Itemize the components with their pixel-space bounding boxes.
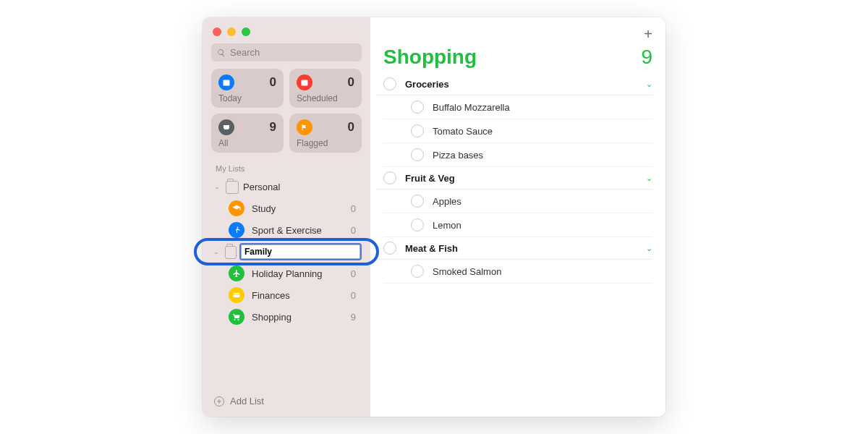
cart-icon (229, 309, 244, 325)
reminders-window: Search 0 Today 0 Scheduled (203, 17, 665, 417)
list-label: Shopping (252, 312, 344, 323)
reminder-text: Smoked Salmon (433, 266, 501, 277)
reminder-item[interactable]: Tomato Sauce (383, 119, 652, 143)
list-shopping[interactable]: Shopping 9 (208, 306, 365, 328)
smart-all-label: All (218, 138, 276, 148)
smart-today-label: Today (218, 93, 276, 103)
chevron-down-icon: ⌄ (213, 183, 221, 190)
list-finances[interactable]: Finances 0 (208, 284, 365, 306)
svg-rect-4 (234, 293, 240, 297)
list-count: 0 (351, 290, 360, 301)
sidebar: Search 0 Today 0 Scheduled (203, 17, 370, 417)
svg-point-3 (237, 227, 239, 229)
smart-scheduled[interactable]: 0 Scheduled (289, 69, 362, 108)
search-icon (217, 48, 226, 57)
reminder-item[interactable]: Pizza bases (383, 143, 652, 167)
reminder-item[interactable]: Lemon (383, 213, 652, 237)
list-label: Sport & Exercise (252, 225, 344, 236)
smart-all-count: 9 (270, 120, 276, 135)
complete-circle[interactable] (411, 124, 424, 137)
reminder-text: Tomato Sauce (433, 126, 493, 137)
smart-scheduled-label: Scheduled (297, 93, 354, 103)
reminder-text: Lemon (433, 220, 461, 231)
section-name: Meat & Fish (405, 243, 637, 254)
reminder-text: Buffalo Mozzarella (433, 102, 510, 113)
chevron-down-icon[interactable]: ⌄ (646, 174, 652, 183)
airplane-icon (229, 265, 244, 281)
svg-rect-5 (234, 294, 240, 295)
list-total-count: 9 (641, 46, 652, 69)
add-list-label: Add List (230, 396, 264, 407)
smart-flagged-count: 0 (348, 120, 354, 135)
list-count: 0 (351, 203, 360, 214)
complete-circle[interactable] (411, 265, 424, 278)
list-holiday[interactable]: Holiday Planning 0 (208, 263, 365, 284)
folder-icon (225, 246, 237, 259)
list-count: 9 (351, 312, 360, 323)
calendar-today-icon (218, 75, 234, 90)
folder-icon (226, 181, 239, 194)
list-study[interactable]: Study 0 (208, 197, 365, 219)
main-panel: + Shopping 9 Groceries⌄Buffalo Mozzarell… (370, 17, 665, 417)
chevron-down-icon: ⌄ (213, 248, 221, 255)
list-sport[interactable]: Sport & Exercise 0 (208, 219, 365, 241)
list-label: Holiday Planning (252, 268, 344, 279)
my-lists-label: My Lists (216, 164, 365, 173)
calendar-scheduled-icon (297, 75, 312, 90)
add-list-button[interactable]: Add List (208, 391, 365, 411)
smart-scheduled-count: 0 (348, 75, 354, 90)
group-personal[interactable]: ⌄ Personal (208, 176, 365, 197)
window-controls (208, 25, 365, 43)
complete-circle[interactable] (411, 218, 424, 231)
reminder-item[interactable]: Apples (383, 190, 652, 213)
complete-circle[interactable] (411, 148, 424, 161)
svg-rect-2 (302, 80, 308, 86)
new-reminder-button[interactable]: + (644, 26, 652, 43)
list-label: Finances (252, 290, 344, 301)
runner-icon (229, 222, 244, 238)
flag-icon (297, 119, 312, 135)
complete-circle[interactable] (411, 195, 424, 208)
list-title: Shopping (383, 46, 477, 69)
smart-today[interactable]: 0 Today (211, 69, 284, 108)
section-header[interactable]: Groceries⌄ (376, 73, 652, 95)
complete-circle[interactable] (411, 101, 424, 114)
list-label: Study (252, 203, 344, 214)
chevron-down-icon[interactable]: ⌄ (646, 80, 652, 89)
search-input[interactable]: Search (211, 43, 362, 61)
smart-today-count: 0 (270, 75, 276, 90)
tray-icon (218, 119, 234, 135)
reminder-text: Apples (433, 196, 461, 207)
smart-flagged[interactable]: 0 Flagged (289, 114, 362, 153)
list-count: 0 (351, 225, 360, 236)
close-icon[interactable] (213, 27, 221, 36)
zoom-icon[interactable] (242, 27, 250, 36)
section-header[interactable]: Fruit & Veg⌄ (376, 167, 652, 190)
group-name-input[interactable] (241, 244, 360, 259)
reminder-text: Pizza bases (433, 150, 483, 161)
minimize-icon[interactable] (227, 27, 236, 36)
section-header[interactable]: Meat & Fish⌄ (376, 237, 652, 260)
smart-lists-grid: 0 Today 0 Scheduled 9 (211, 69, 362, 153)
credit-card-icon (229, 287, 244, 303)
section-complete-circle[interactable] (383, 171, 396, 184)
group-family-editing[interactable]: ⌄ (208, 241, 365, 263)
smart-flagged-label: Flagged (297, 138, 354, 148)
chevron-down-icon[interactable]: ⌄ (646, 244, 652, 253)
group-label: Personal (243, 182, 280, 192)
smart-all[interactable]: 9 All (211, 114, 284, 153)
plus-circle-icon (214, 396, 224, 407)
graduation-icon (229, 200, 244, 216)
section-complete-circle[interactable] (383, 77, 396, 90)
search-placeholder: Search (230, 47, 260, 58)
section-name: Groceries (405, 79, 637, 90)
list-count: 0 (351, 268, 360, 279)
reminder-item[interactable]: Smoked Salmon (383, 260, 652, 284)
reminder-item[interactable]: Buffalo Mozzarella (383, 95, 652, 119)
section-name: Fruit & Veg (405, 173, 637, 184)
section-complete-circle[interactable] (383, 242, 396, 255)
